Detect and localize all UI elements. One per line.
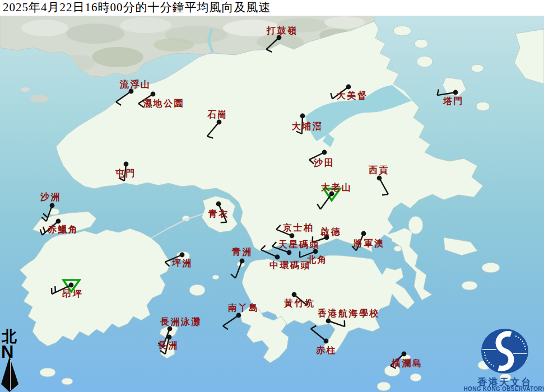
station-label: 昂坪 xyxy=(62,289,83,298)
station-dot xyxy=(217,120,222,125)
hko-regional-wind-page: 打鼓嶺流浮山濕地公園石崗大美督塔門大埔滘沙田西貢大老山屯門沙洲赤鱲角青衣青洲坪洲… xyxy=(0,0,544,392)
deep-bay-islet xyxy=(21,87,30,92)
station-dot xyxy=(377,176,382,181)
station-dot xyxy=(287,250,292,255)
station-label: 黃竹坑 xyxy=(283,298,315,308)
station-label: 南丫島 xyxy=(227,303,259,312)
station-dot xyxy=(240,259,245,264)
station-dot xyxy=(180,253,185,258)
station-dot xyxy=(453,90,458,95)
station-label: 中環碼頭 xyxy=(269,260,311,270)
station-label: 打鼓嶺 xyxy=(266,26,298,35)
station-label: 香港航海學校 xyxy=(317,308,380,318)
station-dot xyxy=(50,203,55,208)
station-label: 京士柏 xyxy=(282,222,314,232)
station-dot xyxy=(216,202,221,207)
station-dot xyxy=(326,319,331,324)
station-label: 橫瀾島 xyxy=(391,358,423,368)
station-dot xyxy=(69,283,74,288)
station-label: 天星碼頭 xyxy=(278,240,320,250)
station-dot xyxy=(124,162,129,167)
compass-letter-n: N xyxy=(1,342,13,362)
station-dot xyxy=(292,292,297,297)
station-dot xyxy=(300,114,305,119)
station-label: 坪洲 xyxy=(171,258,193,268)
station-label: 將軍澳 xyxy=(353,239,385,248)
station-label: 石崗 xyxy=(207,110,228,119)
station-label: 屯門 xyxy=(115,169,136,178)
station-label: 濕地公園 xyxy=(142,99,184,109)
wind-barb-tick xyxy=(382,194,388,195)
station-dot xyxy=(277,35,282,40)
station-dot xyxy=(168,326,173,332)
station-dot xyxy=(402,352,407,357)
station-label: 西貢 xyxy=(368,165,389,175)
station-label: 青洲 xyxy=(231,247,253,256)
station-label: 長洲 xyxy=(157,340,179,350)
station-dot xyxy=(151,92,156,97)
station-label: 沙洲 xyxy=(40,192,61,202)
station-label: 啟德 xyxy=(320,227,341,236)
station-dot xyxy=(322,150,327,155)
station-dot xyxy=(361,231,366,236)
wind-barb-tick xyxy=(345,320,345,326)
station-label: 長洲泳灘 xyxy=(160,316,202,326)
wind-barb-tick xyxy=(55,286,55,292)
wind-barb-tick xyxy=(52,288,52,294)
station-label: 大埔滘 xyxy=(292,121,323,131)
station-dot xyxy=(290,234,295,239)
station-dot xyxy=(56,219,61,224)
station-label: 沙田 xyxy=(313,158,334,167)
station-label: 赤鱲角 xyxy=(47,225,79,234)
station-label: 青衣 xyxy=(208,209,229,218)
station-label: 北角 xyxy=(306,255,328,264)
station-dot xyxy=(324,339,329,344)
station-label: 塔門 xyxy=(443,96,464,106)
station-label: 赤柱 xyxy=(315,346,337,355)
station-dot xyxy=(313,249,318,254)
title-bar: 2025年4月22日16時00分的十分鐘平均風向及風速 xyxy=(0,0,544,16)
hko-logo-name-en: HONG KONG OBSERVATORY xyxy=(464,386,544,392)
station-label: 大美督 xyxy=(337,90,368,100)
station-label: 流浮山 xyxy=(119,79,151,89)
station-dot xyxy=(275,255,280,260)
station-dot xyxy=(167,335,172,340)
station-label: 大老山 xyxy=(321,183,352,192)
deep-bay-islet xyxy=(30,95,48,102)
map-title: 2025年4月22日16時00分的十分鐘平均風向及風速 xyxy=(3,1,271,14)
station-dot xyxy=(236,313,241,318)
wind-map: 打鼓嶺流浮山濕地公園石崗大美督塔門大埔滘沙田西貢大老山屯門沙洲赤鱲角青衣青洲坪洲… xyxy=(0,0,544,392)
station-dot xyxy=(346,85,351,90)
station-dot xyxy=(129,89,134,94)
